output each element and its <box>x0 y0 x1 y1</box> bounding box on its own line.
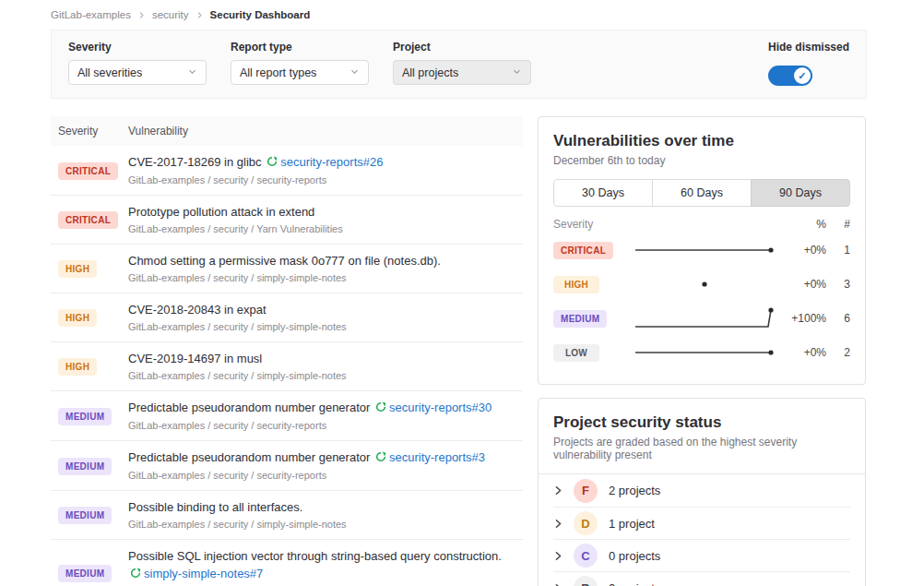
severity-badge: CRITICAL <box>553 242 613 259</box>
table-row[interactable]: HIGH CVE-2019-14697 in musl GitLab-examp… <box>51 341 523 390</box>
chevron-down-icon <box>349 66 360 79</box>
grade-project-count: 2 projects <box>609 484 660 497</box>
trend-count-value: 6 <box>826 312 850 325</box>
trend-percent-value: +0% <box>778 346 826 359</box>
filter-panel: Severity All severities Report type All … <box>51 30 867 99</box>
issue-link[interactable]: security-reports#26 <box>280 155 383 169</box>
report-type-filter-select[interactable]: All report types <box>231 60 369 85</box>
severity-column-header: Severity <box>51 125 128 138</box>
trend-row: CRITICAL +0% 1 <box>553 233 850 267</box>
vulnerability-title[interactable]: CVE-2019-14697 in musl <box>128 351 523 366</box>
severity-filter-group: Severity All severities <box>68 41 207 85</box>
vulnerability-table: Severity Vulnerability CRITICAL CVE-2017… <box>51 116 523 586</box>
vulnerability-project-path: GitLab-examples / security / security-re… <box>128 420 523 432</box>
vulnerability-title[interactable]: Prototype pollution attack in extend <box>128 204 523 220</box>
grade-list: F 2 projects D 1 project C 0 projects B … <box>553 474 850 586</box>
trend-row: HIGH +0% 3 <box>553 267 850 301</box>
vulnerability-title[interactable]: CVE-2017-18269 in glibc security-reports… <box>128 154 523 171</box>
project-filter-select[interactable]: All projects <box>393 60 531 85</box>
trend-rows: CRITICAL +0% 1 HIGH +0% 3 MEDIUM +100% 6… <box>553 233 850 369</box>
breadcrumb-item[interactable]: security <box>152 9 189 20</box>
table-row[interactable]: MEDIUM Predictable pseudorandom number g… <box>51 390 523 440</box>
issue-link[interactable]: security-reports#3 <box>389 450 485 464</box>
trend-percent-value: +100% <box>778 312 826 325</box>
trend-count-value: 3 <box>826 278 850 291</box>
vulnerability-link-line: simply-simple-notes#7 <box>128 566 523 582</box>
trend-count-value: 2 <box>826 346 850 359</box>
severity-filter-select[interactable]: All severities <box>68 60 207 85</box>
vulnerability-column-header: Vulnerability <box>128 125 523 138</box>
chevron-right-icon <box>137 11 146 19</box>
vulnerability-title[interactable]: Possible SQL injection vector through st… <box>128 548 523 564</box>
severity-badge: MEDIUM <box>58 458 112 475</box>
severity-badge: HIGH <box>553 276 599 293</box>
severity-badge: CRITICAL <box>58 162 118 180</box>
trend-count-value: 1 <box>826 244 850 257</box>
breadcrumb-item[interactable]: Security Dashboard <box>210 9 311 20</box>
project-filter-value: All projects <box>402 66 458 79</box>
vulnerability-title[interactable]: CVE-2018-20843 in expat <box>128 302 523 317</box>
table-row[interactable]: MEDIUM Possible SQL injection vector thr… <box>51 539 523 586</box>
severity-badge: HIGH <box>58 260 97 278</box>
severity-badge: MEDIUM <box>58 565 112 582</box>
grade-letter-badge: C <box>574 544 598 568</box>
security-dashboard-app: GitLab-examplessecuritySecurity Dashboar… <box>0 0 924 586</box>
hide-dismissed-group: Hide dismissed ✓ <box>768 41 849 86</box>
trend-count-header: # <box>826 218 850 231</box>
issue-link-icon <box>267 155 278 171</box>
grade-row[interactable]: F 2 projects <box>553 474 850 507</box>
sparkline-chart <box>633 234 778 266</box>
vulnerability-title[interactable]: Chmod setting a permissive mask 0o777 on… <box>128 253 523 269</box>
issue-link-icon <box>375 450 386 466</box>
breadcrumb-item[interactable]: GitLab-examples <box>51 9 131 20</box>
issue-link[interactable]: security-reports#30 <box>389 401 492 414</box>
sparkline-chart <box>633 337 778 368</box>
grade-project-count: 0 projects <box>609 581 660 586</box>
range-30-days-button[interactable]: 30 Days <box>553 179 653 207</box>
grade-row[interactable]: C 0 projects <box>553 539 850 571</box>
toggle-check-icon: ✓ <box>794 67 811 84</box>
vulnerability-project-path: GitLab-examples / security / simply-simp… <box>128 272 523 284</box>
chevron-right-icon <box>553 583 574 586</box>
table-header: Severity Vulnerability <box>51 116 523 146</box>
vulnerability-project-path: GitLab-examples / security / simply-simp… <box>128 519 523 531</box>
table-row[interactable]: CRITICAL Prototype pollution attack in e… <box>51 195 523 244</box>
issue-link[interactable]: simply-simple-notes#7 <box>144 567 263 580</box>
vulnerability-title[interactable]: Predictable pseudorandom number generato… <box>128 400 523 416</box>
table-row[interactable]: HIGH CVE-2018-20843 in expat GitLab-exam… <box>51 293 523 341</box>
trend-percent-value: +0% <box>778 278 826 291</box>
hide-dismissed-label: Hide dismissed <box>768 41 849 54</box>
vulnerability-list: CRITICAL CVE-2017-18269 in glibc securit… <box>51 146 523 586</box>
trend-severity-header: Severity <box>553 218 778 231</box>
severity-filter-value: All severities <box>77 66 142 79</box>
hide-dismissed-toggle[interactable]: ✓ <box>768 66 812 86</box>
vulnerability-title[interactable]: Possible binding to all interfaces. <box>128 499 523 515</box>
chevron-down-icon <box>187 66 197 79</box>
project-filter-group: Project All projects <box>393 41 531 85</box>
range-60-days-button[interactable]: 60 Days <box>652 179 752 207</box>
issue-link-icon <box>375 401 386 416</box>
chevron-right-icon <box>553 551 574 561</box>
grade-project-count: 0 projects <box>609 549 660 563</box>
vulnerability-project-path: GitLab-examples / security / simply-simp… <box>128 321 523 333</box>
severity-badge: LOW <box>553 344 599 362</box>
grade-row[interactable]: B 0 projects <box>553 571 850 586</box>
severity-badge: HIGH <box>58 358 97 376</box>
over-time-subtitle: December 6th to today <box>553 154 850 167</box>
severity-badge: MEDIUM <box>58 408 112 425</box>
grade-row[interactable]: D 1 project <box>553 507 850 539</box>
table-row[interactable]: CRITICAL CVE-2017-18269 in glibc securit… <box>51 146 523 195</box>
sparkline-chart <box>633 269 778 300</box>
table-row[interactable]: MEDIUM Predictable pseudorandom number g… <box>51 440 523 490</box>
trend-percent-header: % <box>778 218 826 231</box>
report-type-filter-group: Report type All report types <box>231 41 369 85</box>
trend-header: Severity % # <box>553 218 850 231</box>
issue-link-icon <box>130 567 141 582</box>
table-row[interactable]: MEDIUM Possible binding to all interface… <box>51 490 523 539</box>
range-90-days-button[interactable]: 90 Days <box>751 179 850 207</box>
chevron-right-icon <box>553 519 574 529</box>
breadcrumb: GitLab-examplessecuritySecurity Dashboar… <box>51 7 867 30</box>
over-time-title: Vulnerabilities over time <box>553 132 850 150</box>
table-row[interactable]: HIGH Chmod setting a permissive mask 0o7… <box>51 244 523 293</box>
vulnerability-title[interactable]: Predictable pseudorandom number generato… <box>128 449 523 466</box>
